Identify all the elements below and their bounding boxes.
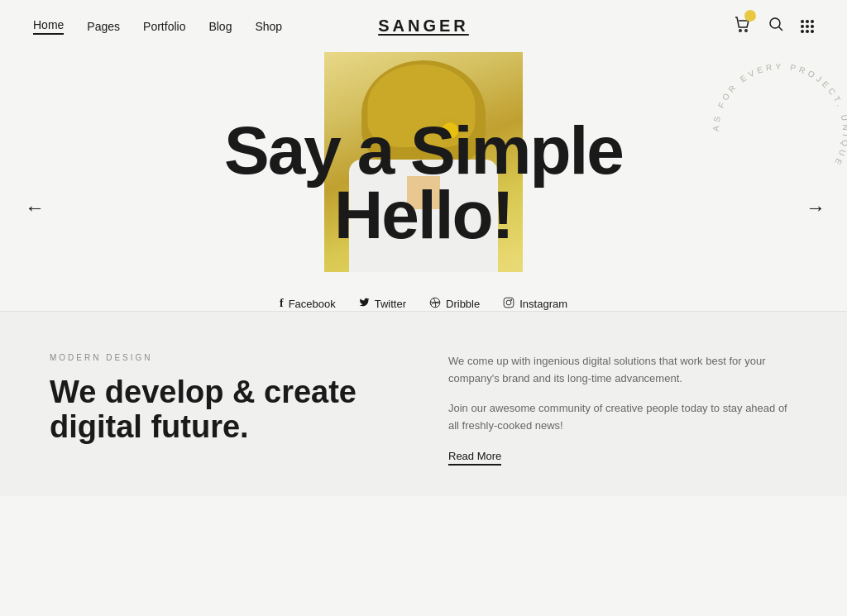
svg-point-0	[739, 30, 741, 31]
twitter-label: Twitter	[375, 298, 406, 310]
nav-shop[interactable]: Shop	[255, 20, 282, 33]
nav-home[interactable]: Home	[33, 18, 64, 35]
grid-menu-icon[interactable]	[801, 20, 814, 33]
svg-line-3	[779, 27, 783, 31]
main-nav: Home Pages Portfolio Blog Shop	[33, 18, 282, 35]
instagram-link[interactable]: Instagram	[503, 297, 567, 311]
header-icons	[733, 15, 814, 37]
body-paragraph-2: Join our awesome community of creative p…	[448, 400, 797, 435]
instagram-icon	[503, 297, 514, 311]
rotating-text-content: AS FOR EVERY PROJECT. UNIQUE	[711, 62, 847, 188]
right-column: We come up with ingenious digital soluti…	[448, 353, 797, 463]
body-paragraph-1: We come up with ingenious digital soluti…	[448, 353, 797, 388]
rotating-text: AS FOR EVERY PROJECT. UNIQUE	[706, 57, 847, 222]
facebook-icon: f	[280, 297, 284, 310]
section-title: We develop & create digital future.	[50, 375, 399, 445]
next-arrow[interactable]: →	[806, 197, 822, 219]
facebook-label: Facebook	[289, 298, 336, 310]
bottom-section: MODERN DESIGN We develop & create digita…	[0, 311, 847, 496]
svg-point-8	[511, 299, 512, 300]
nav-pages[interactable]: Pages	[87, 20, 120, 33]
svg-point-1	[745, 30, 747, 31]
hero-title-line2: Hello!	[224, 183, 623, 247]
header: Home Pages Portfolio Blog Shop SANGER	[0, 0, 847, 52]
prev-arrow[interactable]: ←	[25, 197, 41, 219]
instagram-label: Instagram	[519, 298, 567, 310]
search-icon[interactable]	[768, 16, 784, 36]
nav-blog[interactable]: Blog	[208, 20, 232, 33]
svg-point-7	[506, 300, 511, 305]
dribble-icon	[429, 297, 441, 311]
read-more-link[interactable]: Read More	[448, 450, 501, 466]
cart-icon[interactable]	[733, 15, 751, 37]
twitter-link[interactable]: Twitter	[359, 297, 406, 310]
dribble-link[interactable]: Dribble	[429, 297, 480, 311]
twitter-icon	[359, 297, 370, 310]
social-links: f Facebook Twitter Dribble Instagram	[0, 297, 847, 311]
hero-text: Say a Simple Hello!	[224, 118, 623, 247]
nav-portfolio[interactable]: Portfolio	[143, 20, 185, 33]
facebook-link[interactable]: f Facebook	[280, 297, 336, 310]
dribble-label: Dribble	[446, 298, 480, 310]
hero-title-line1: Say a Simple	[224, 118, 623, 183]
cart-badge	[744, 10, 756, 21]
hero-section: ← → Say a Simple Hello!	[0, 52, 847, 272]
left-column: MODERN DESIGN We develop & create digita…	[50, 353, 399, 463]
section-label: MODERN DESIGN	[50, 353, 399, 362]
site-logo[interactable]: SANGER	[378, 17, 469, 36]
svg-text:AS FOR EVERY PROJECT. UNIQUE: AS FOR EVERY PROJECT. UNIQUE	[711, 62, 847, 188]
svg-rect-6	[504, 298, 514, 308]
svg-point-2	[770, 18, 780, 28]
